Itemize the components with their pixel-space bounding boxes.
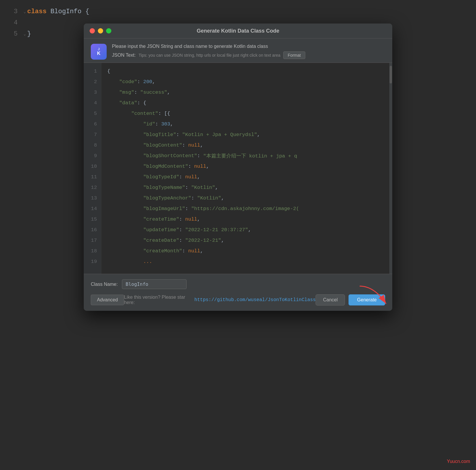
header-description: Please input the JSON String and class n… — [112, 44, 385, 49]
line-numbers: 12345678910111213141516171819 — [84, 63, 101, 274]
star-link[interactable]: https://github.com/wuseal/JsonToKotlinCl… — [195, 297, 316, 303]
json-text-label: JSON Text: — [112, 53, 136, 58]
line-number-14: 14 — [84, 203, 101, 214]
editor-line-3: 3 ⌄ class BlogInfo { — [0, 6, 476, 17]
code-line-16: "updateTime": "2022-12-21 20:37:27", — [107, 224, 386, 235]
line-number-9: 9 — [84, 150, 101, 161]
line-number-11: 11 — [84, 172, 101, 182]
watermark: Yuucn.com — [447, 459, 470, 464]
dialog-header: J K Please input the JSON String and cla… — [84, 38, 392, 63]
minimize-button[interactable] — [98, 28, 103, 33]
json-text-hint: Tips: you can use JSON string, http urls… — [139, 53, 281, 58]
code-line-6: "id": 303, — [107, 119, 386, 129]
line-number-16: 16 — [84, 224, 101, 235]
json-code-editor[interactable]: 12345678910111213141516171819 { "code": … — [84, 63, 392, 274]
code-line-13: "blogTypeAnchor": "Kotlin", — [107, 193, 386, 203]
code-line-4: "data": { — [107, 98, 386, 108]
advanced-button[interactable]: Advanced — [91, 295, 124, 305]
line-number-18: 18 — [84, 246, 101, 256]
dialog-title: Generate Kotlin Data Class Code — [197, 28, 279, 34]
line-number-15: 15 — [84, 214, 101, 224]
fold-icon-5: ⌄ — [24, 31, 26, 36]
maximize-button[interactable] — [106, 28, 111, 33]
line-number-13: 13 — [84, 193, 101, 203]
scrollbar-thumb[interactable] — [390, 66, 392, 83]
json-text-row: JSON Text: Tips: you can use JSON string… — [112, 51, 385, 59]
code-line-11: "blogTypeId": null, — [107, 172, 386, 182]
code-line-5: "content": [{ — [107, 108, 386, 119]
traffic-lights — [90, 28, 111, 33]
cancel-button[interactable]: Cancel — [316, 294, 345, 306]
code-line-2: "code": 200, — [107, 76, 386, 87]
code-line-10: "blogMdContent": null, — [107, 161, 386, 172]
code-line-15: "createTime": null, — [107, 214, 386, 224]
code-content[interactable]: { "code": 200, "msg": "success", "data":… — [101, 63, 392, 274]
class-name-label: Class Name: — [91, 282, 118, 287]
line-number-8: 8 — [84, 140, 101, 150]
line-number-10: 10 — [84, 161, 101, 172]
close-button[interactable] — [90, 28, 95, 33]
line-number-6: 6 — [84, 119, 101, 129]
fold-icon-3: ⌄ — [24, 9, 26, 14]
action-row: Advanced Like this version? Please star … — [91, 294, 385, 306]
line-number-1: 1 — [84, 66, 101, 76]
line-number-7: 7 — [84, 129, 101, 140]
class-name-row: Class Name: — [91, 279, 385, 289]
line-number-4: 4 — [84, 98, 101, 108]
dialog-bottom: Class Name: Advanced Like this version? … — [84, 274, 392, 311]
title-bar: Generate Kotlin Data Class Code — [84, 24, 392, 38]
code-line-3: "msg": "success", — [107, 87, 386, 98]
line-number-19: 19 — [84, 256, 101, 267]
line-number-3: 3 — [84, 87, 101, 98]
class-name-input[interactable] — [122, 279, 187, 289]
star-text: Like this version? Please star here: — [124, 295, 193, 305]
line-number-2: 2 — [84, 76, 101, 87]
code-line-17: "createDate": "2022-12-21", — [107, 235, 386, 246]
code-line-9: "blogShortContent": "本篇主要介绍一下 kotlin + j… — [107, 150, 386, 161]
line-number-17: 17 — [84, 235, 101, 246]
code-line-19: ... — [107, 256, 386, 267]
line-number-12: 12 — [84, 182, 101, 193]
code-line-12: "blogTypeName": "Kotlin", — [107, 182, 386, 193]
format-button[interactable]: Format — [283, 51, 305, 59]
modal-dialog: Generate Kotlin Data Class Code J K Plea… — [84, 24, 392, 311]
code-line-18: "createMonth": null, — [107, 246, 386, 256]
code-line-8: "blogContent": null, — [107, 140, 386, 150]
arrow-annotation — [357, 285, 392, 308]
code-line-14: "blogImageUrl": "https://cdn.askajohnny.… — [107, 203, 386, 214]
line-number-5: 5 — [84, 108, 101, 119]
code-line-1: { — [107, 66, 386, 76]
plugin-icon: J K — [91, 44, 107, 60]
scrollbar[interactable] — [389, 63, 392, 274]
header-text: Please input the JSON String and class n… — [112, 44, 385, 59]
code-line-7: "blogTitle": "Kotlin + Jpa + Querydsl", — [107, 129, 386, 140]
